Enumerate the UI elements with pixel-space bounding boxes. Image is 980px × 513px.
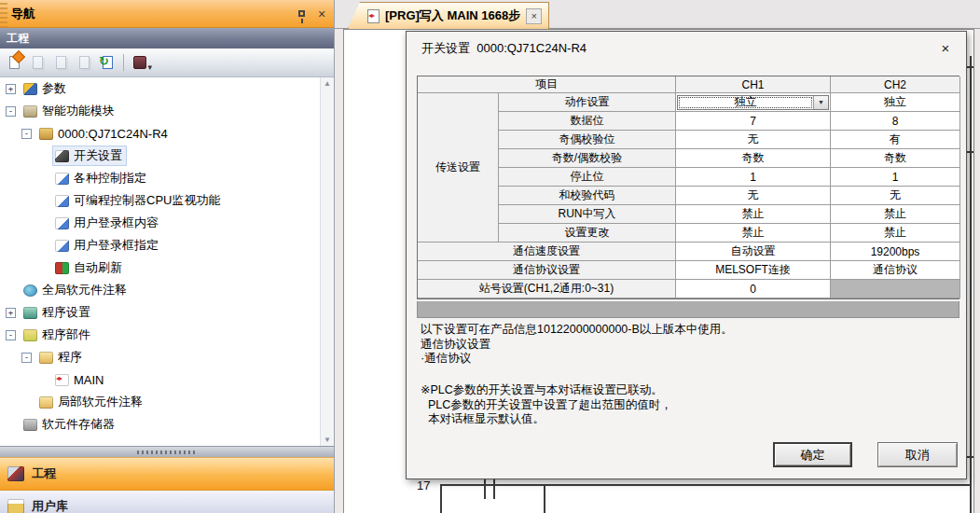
navigation-title: 导航 [7, 6, 293, 22]
document-tabstrip: [PRG]写入 MAIN 1668步 × [335, 0, 980, 29]
tree-scrollbar[interactable]: ▲ ▼ [320, 77, 334, 446]
row-label: 和校验代码 [499, 187, 676, 205]
navigation-titlebar[interactable]: 导航 × [0, 0, 334, 28]
category-tab-project[interactable]: 工程 [0, 457, 334, 491]
value-cell[interactable]: MELSOFT连接 [676, 261, 831, 280]
note-line: 通信协议设置 [421, 338, 733, 353]
value-cell[interactable]: 7 [676, 112, 831, 131]
value-cell[interactable]: 通信协议 [831, 261, 960, 280]
column-header-ch1: CH1 [676, 76, 831, 93]
note-line: ※PLC参数的开关设置与本对话框设置已联动。 [421, 383, 672, 398]
sort-display-icon[interactable] [130, 53, 149, 73]
close-icon[interactable]: × [313, 6, 330, 22]
tree-item-program-setting[interactable]: + 程序设置 [0, 301, 334, 324]
refresh-icon[interactable] [98, 53, 117, 73]
row-label: 数据位 [499, 112, 676, 131]
value-cell[interactable]: 1 [676, 168, 831, 187]
device-memory-icon [23, 419, 37, 431]
tree-item-switch-setting[interactable]: 开关设置 [0, 145, 334, 167]
note-line: PLC参数的开关设置中设置了超出范围的值时， [421, 398, 672, 413]
tree-item-label: 参数 [42, 80, 66, 97]
value-cell[interactable]: 8 [831, 112, 960, 131]
dialog-title: 开关设置 0000:QJ71C24N-R4 [421, 40, 587, 57]
expander-icon[interactable]: - [6, 330, 16, 340]
parameter-icon [23, 83, 37, 95]
ladder-branch-line [544, 484, 545, 513]
tree-item-label: 各种控制指定 [74, 170, 146, 187]
drag-grip[interactable] [0, 0, 7, 27]
row-label: 奇数/偶数校验 [499, 149, 676, 168]
value-cell[interactable]: 自动设置 [676, 243, 831, 261]
expander-icon[interactable]: - [21, 353, 32, 363]
tree-item-user-frame-specification[interactable]: 用户登录框指定 [0, 234, 334, 256]
tree-item-program[interactable]: - 程序 [0, 346, 334, 368]
product-info-note: 以下设置可在产品信息10122000000000-B以上版本中使用。 通信协议设… [421, 323, 733, 367]
scroll-up-icon[interactable]: ▲ [324, 79, 331, 88]
tree-item-device-memory[interactable]: 软元件存储器 [0, 413, 334, 436]
tree-item-parameter[interactable]: + 参数 [0, 77, 334, 100]
expander-icon[interactable]: + [6, 308, 16, 318]
tree-item-auto-refresh[interactable]: 自动刷新 [0, 256, 334, 279]
tree-item-label: 局部软元件注释 [58, 394, 143, 410]
tree-item-local-comment[interactable]: 局部软元件注释 [0, 391, 334, 413]
tree-item-main[interactable]: MAIN [0, 368, 334, 391]
tab-close-icon[interactable]: × [526, 8, 542, 24]
chevron-down-icon[interactable]: ▼ [813, 96, 828, 109]
tree-item-module-0000[interactable]: - 0000:QJ71C24N-R4 [0, 122, 334, 145]
value-cell[interactable]: 禁止 [831, 224, 960, 243]
tree-item-pou[interactable]: - 程序部件 [0, 324, 334, 346]
copy-with-info-icon[interactable] [75, 53, 94, 73]
tree-item-cpu-monitor[interactable]: 可编程控制器CPU监视功能 [0, 189, 334, 212]
row-label: 设置更改 [499, 224, 676, 243]
tab-prg-main[interactable]: [PRG]写入 MAIN 1668步 × [348, 2, 549, 29]
value-cell[interactable]: 无 [676, 187, 831, 205]
value-cell[interactable]: 无 [676, 131, 831, 149]
row-label: 通信速度设置 [418, 243, 676, 261]
cancel-button[interactable]: 取消 [877, 442, 958, 467]
toolbar-separator [123, 54, 124, 71]
switch-settings-table: 项目 CH1 CH2 传送设置 动作设置 独立 ▼ 独立 数据位 7 8 奇偶校… [417, 76, 959, 299]
copy-icon[interactable] [28, 53, 48, 73]
expander-icon[interactable]: - [6, 106, 16, 117]
tree-item-user-frame-content[interactable]: 用户登录框内容 [0, 212, 334, 234]
tree-item-label: 用户登录框指定 [74, 237, 159, 254]
global-comment-icon [23, 284, 37, 297]
tree-item-global-comment[interactable]: 全局软元件注释 [0, 279, 334, 301]
new-project-icon[interactable] [5, 53, 24, 73]
value-cell[interactable]: 0 [676, 280, 831, 298]
expander-icon[interactable]: + [6, 84, 16, 94]
value-cell[interactable]: 1 [831, 168, 960, 187]
value-cell[interactable]: 禁止 [676, 205, 831, 224]
expander-icon[interactable]: - [21, 129, 32, 139]
tree-item-control-specification[interactable]: 各种控制指定 [0, 167, 334, 189]
scroll-down-icon[interactable]: ▼ [324, 436, 331, 444]
row-label: 通信协议设置 [418, 261, 676, 280]
auto-refresh-icon [55, 262, 69, 274]
tree-item-intelligent-module[interactable]: - 智能功能模块 [0, 100, 334, 122]
pou-icon [23, 329, 37, 341]
ok-button[interactable]: 确定 [773, 442, 852, 467]
local-comment-icon [39, 396, 53, 409]
operation-setting-combobox[interactable]: 独立 ▼ [677, 95, 829, 110]
row-label: 奇偶校验位 [499, 131, 676, 149]
value-cell[interactable]: 奇数 [831, 149, 960, 168]
panel-splitter[interactable] [0, 446, 334, 457]
dialog-close-icon[interactable]: × [936, 38, 955, 57]
setting-doc-icon [55, 217, 69, 229]
category-tab-user-library[interactable]: 用户库 [0, 491, 334, 513]
value-cell[interactable]: 禁止 [676, 224, 831, 243]
tree-item-label: 智能功能模块 [42, 103, 115, 119]
setting-doc-icon [55, 195, 69, 207]
value-cell[interactable]: 19200bps [831, 243, 960, 261]
value-cell[interactable]: 有 [831, 131, 960, 149]
value-cell[interactable]: 禁止 [831, 205, 960, 224]
value-cell[interactable]: 奇数 [676, 149, 831, 168]
tree-item-label: 可编程控制器CPU监视功能 [74, 192, 220, 209]
ladder-rung-line [440, 484, 970, 486]
program-setting-icon [23, 307, 37, 319]
disabled-value-cell [831, 280, 960, 298]
pin-icon[interactable] [293, 6, 310, 22]
value-cell[interactable]: 无 [831, 187, 960, 205]
paste-icon[interactable] [51, 53, 71, 73]
value-cell[interactable]: 独立 [831, 93, 960, 112]
